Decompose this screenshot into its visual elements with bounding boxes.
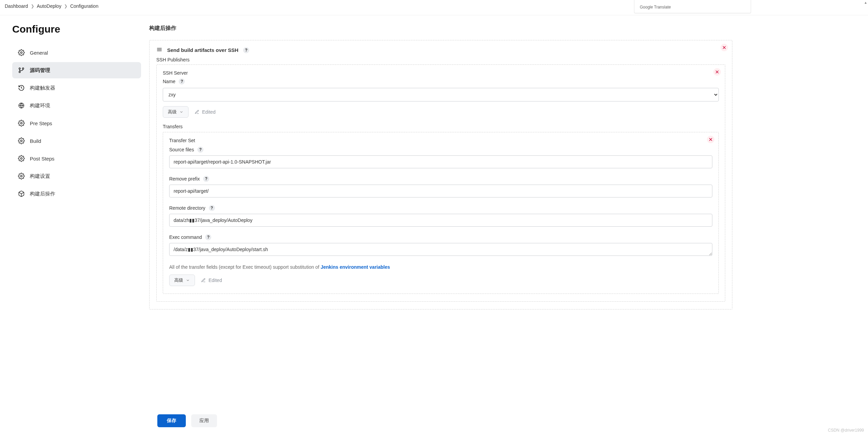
svg-point-7 [21,140,22,142]
sidebar-item-label: 源码管理 [30,67,50,74]
sidebar-item-label: 构建触发器 [30,85,55,91]
ssh-server-name-label: Name [163,79,175,84]
sidebar-item-label: 构建环境 [30,102,50,109]
svg-point-2 [19,71,20,73]
sidebar-item-label: 构建后操作 [30,191,55,197]
svg-point-6 [21,122,22,124]
gear-icon [18,119,25,127]
remote-directory-label: Remote directory [169,205,205,211]
remove-ssh-server-button[interactable] [713,68,721,76]
chevron-right-icon: ❯ [64,4,67,8]
ssh-server-heading: SSH Server [163,70,719,76]
remove-transfer-set-button[interactable] [707,136,714,143]
remove-ssh-block-button[interactable] [721,44,728,51]
svg-point-1 [19,68,20,69]
globe-icon [18,102,25,109]
sidebar-item-2[interactable]: 构建触发器 [12,80,141,96]
watermark: CSDN @driver1999 [828,428,864,433]
history-icon [18,84,25,92]
apply-button[interactable]: 应用 [191,414,217,427]
breadcrumb-dashboard[interactable]: Dashboard [5,3,28,9]
help-icon[interactable]: ? [203,176,209,182]
source-files-label: Source files [169,147,194,152]
transfer-hint: All of the transfer fields (except for E… [169,264,712,270]
breadcrumb-autodeploy[interactable]: AutoDeploy [37,3,61,9]
sidebar: Configure General源码管理构建触发器构建环境Pre StepsB… [0,15,149,365]
gear-icon [18,155,25,162]
ssh-artifacts-panel: Send build artifacts over SSH ? SSH Publ… [149,40,732,309]
ssh-server-panel: SSH Server Name ? zxy 高级 [156,64,725,302]
scroll-indicator: ▲ [864,1,867,4]
exec-command-input[interactable] [169,243,712,256]
ssh-publishers-label: SSH Publishers [156,57,725,62]
remove-prefix-label: Remove prefix [169,176,200,182]
advanced-button[interactable]: 高级 [169,275,195,286]
transfer-set-heading: Transfer Set [169,138,712,143]
branch-icon [18,67,25,74]
help-icon[interactable]: ? [243,47,249,53]
chevron-right-icon: ❯ [31,4,34,8]
sidebar-item-0[interactable]: General [12,44,141,61]
transfer-set-panel: Transfer Set Source files ? Remove prefi… [163,132,719,294]
help-icon[interactable]: ? [197,147,203,153]
advanced-button[interactable]: 高级 [163,106,189,118]
sidebar-item-label: Pre Steps [30,120,52,126]
transfers-label: Transfers [163,124,719,129]
sidebar-item-7[interactable]: 构建设置 [12,168,141,184]
svg-point-8 [21,158,22,159]
remove-prefix-input[interactable] [169,185,712,197]
exec-command-label: Exec command [169,234,202,240]
sidebar-item-6[interactable]: Post Steps [12,150,141,167]
save-button[interactable]: 保存 [157,414,186,427]
ssh-panel-title: Send build artifacts over SSH [167,47,238,53]
gear-icon [18,137,25,145]
help-icon[interactable]: ? [205,234,211,240]
sidebar-item-label: Build [30,138,41,144]
remote-directory-input[interactable] [169,214,712,227]
jenkins-env-vars-link[interactable]: Jenkins environment variables [321,264,390,270]
google-translate-chip[interactable]: Google Translate [634,0,751,13]
sidebar-item-4[interactable]: Pre Steps [12,115,141,131]
sidebar-item-label: Post Steps [30,156,55,162]
google-translate-label: Google Translate [640,5,671,10]
sidebar-item-3[interactable]: 构建环境 [12,97,141,114]
page-title: Configure [12,23,141,35]
package-icon [18,190,25,197]
svg-point-3 [22,68,24,69]
help-icon[interactable]: ? [209,205,215,211]
sidebar-item-label: 构建设置 [30,173,50,180]
edited-indicator: Edited [195,109,216,115]
ssh-server-select[interactable]: zxy [163,88,719,101]
svg-point-0 [21,52,22,54]
main-content: 构建后操作 Send build artifacts over SSH ? SS… [149,15,732,365]
help-icon[interactable]: ? [179,78,185,84]
section-title: 构建后操作 [149,25,732,32]
gear-icon [18,49,25,56]
svg-point-9 [21,175,22,177]
gear-icon [18,172,25,180]
sidebar-item-5[interactable]: Build [12,133,141,149]
source-files-input[interactable] [169,155,712,168]
sidebar-item-label: General [30,50,48,56]
breadcrumb-configuration[interactable]: Configuration [70,3,98,9]
sidebar-item-8[interactable]: 构建后操作 [12,186,141,202]
drag-handle-icon[interactable] [156,46,162,54]
edited-indicator: Edited [201,278,222,283]
action-bar: 保存 应用 [149,408,868,434]
sidebar-item-1[interactable]: 源码管理 [12,62,141,78]
